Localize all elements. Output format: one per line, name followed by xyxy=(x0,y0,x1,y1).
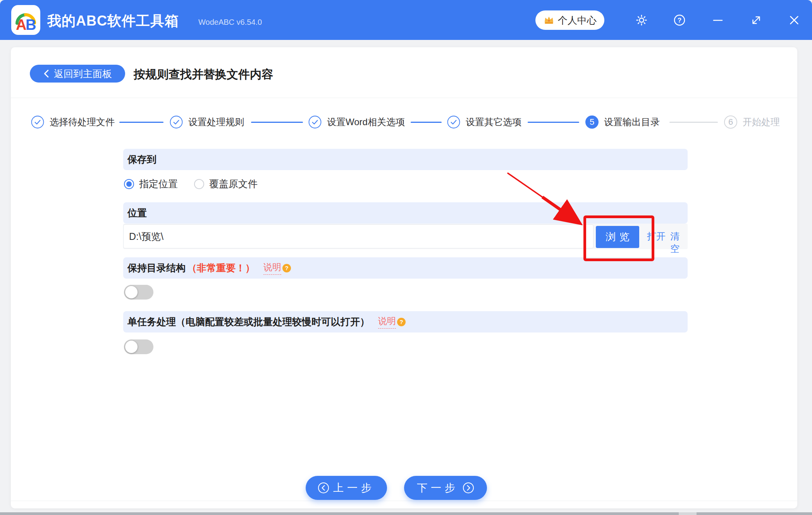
maximize-icon xyxy=(750,14,762,26)
help-button[interactable]: ? xyxy=(673,14,686,26)
location-row: 浏览 打开 清空 xyxy=(123,224,688,249)
single-task-title: 单任务处理（电脑配置较差或批量处理较慢时可以打开） xyxy=(127,315,370,328)
single-task-header: 单任务处理（电脑配置较差或批量处理较慢时可以打开） 说明 ? xyxy=(123,311,688,332)
clear-link[interactable]: 清空 xyxy=(670,230,688,255)
step-item-6: 6 开始处理 xyxy=(724,115,780,129)
question-badge-icon: ? xyxy=(397,318,406,326)
personal-center-button[interactable]: 个人中心 xyxy=(535,10,604,30)
question-badge-icon: ? xyxy=(282,264,291,272)
save-to-options: 指定位置 覆盖原文件 xyxy=(124,177,258,190)
location-header: 位置 xyxy=(123,202,688,224)
help-icon: ? xyxy=(673,14,686,26)
next-button[interactable]: 下一步 xyxy=(404,476,487,500)
radio-selected-icon xyxy=(124,179,134,189)
step-connector xyxy=(528,122,579,123)
keep-structure-help-link[interactable]: 说明 xyxy=(263,261,281,275)
svg-text:A: A xyxy=(16,17,26,33)
single-task-toggle[interactable] xyxy=(124,339,153,354)
step-label: 设置输出目录 xyxy=(604,116,660,128)
gear-icon xyxy=(635,14,648,26)
location-title: 位置 xyxy=(127,207,147,219)
footer-divider xyxy=(11,501,797,501)
page-title: 按规则查找并替换文件内容 xyxy=(134,67,273,83)
step-item-1: 选择待处理文件 xyxy=(31,115,115,129)
app-title: 我的ABC软件工具箱 xyxy=(47,12,179,31)
window-bottom-edge-segment xyxy=(679,512,697,515)
step-label: 选择待处理文件 xyxy=(50,116,115,128)
location-input[interactable] xyxy=(123,224,594,248)
prev-button-label: 上一步 xyxy=(333,481,375,495)
step-label: 开始处理 xyxy=(743,116,780,128)
chevron-circle-left-icon xyxy=(318,482,329,494)
step-check-icon xyxy=(308,115,322,129)
svg-text:B: B xyxy=(26,17,36,33)
step-connector xyxy=(119,122,163,123)
step-item-5: 5 设置输出目录 xyxy=(585,115,660,129)
step-connector xyxy=(669,122,718,123)
step-label: 设置Word相关选项 xyxy=(327,116,405,128)
step-check-icon xyxy=(170,115,183,129)
radio-label: 覆盖原文件 xyxy=(209,177,258,190)
save-to-title: 保存到 xyxy=(127,153,157,166)
prev-button[interactable]: 上一步 xyxy=(306,476,387,500)
personal-center-label: 个人中心 xyxy=(558,14,597,27)
browse-button[interactable]: 浏览 xyxy=(596,226,639,248)
keep-structure-toggle[interactable] xyxy=(124,285,153,300)
app-logo: A B xyxy=(11,5,40,35)
settings-button[interactable] xyxy=(635,14,648,26)
step-number: 6 xyxy=(724,115,737,129)
step-item-3: 设置Word相关选项 xyxy=(308,115,405,129)
keep-structure-header: 保持目录结构 （非常重要！） 说明 ? xyxy=(123,257,688,279)
back-button-label: 返回到主面板 xyxy=(54,67,112,80)
single-task-help-link[interactable]: 说明 xyxy=(378,315,396,329)
close-button[interactable] xyxy=(788,14,800,26)
step-connector xyxy=(411,122,442,123)
radio-label: 指定位置 xyxy=(139,177,178,190)
open-link[interactable]: 打开 xyxy=(647,230,666,243)
app-version: WodeABC v6.54.0 xyxy=(198,18,262,27)
toggle-knob xyxy=(125,341,138,353)
chevron-left-icon xyxy=(43,69,49,78)
step-item-2: 设置处理规则 xyxy=(170,115,244,129)
toggle-knob xyxy=(125,286,138,298)
radio-unselected-icon xyxy=(194,179,204,189)
radio-overwrite-original[interactable]: 覆盖原文件 xyxy=(194,177,258,190)
chevron-circle-right-icon xyxy=(463,482,474,494)
main-panel: 返回到主面板 按规则查找并替换文件内容 选择待处理文件 设置处理规则 设置Wor… xyxy=(11,47,797,508)
keep-structure-title: 保持目录结构 xyxy=(127,262,186,274)
crown-icon xyxy=(543,15,555,25)
step-check-icon xyxy=(31,115,44,129)
step-item-4: 设置其它选项 xyxy=(447,115,521,129)
window-bottom-edge xyxy=(0,512,812,515)
important-note: （非常重要！） xyxy=(187,262,255,274)
step-label: 设置其它选项 xyxy=(466,116,521,128)
close-icon xyxy=(788,14,800,26)
minimize-button[interactable] xyxy=(712,14,724,26)
step-label: 设置处理规则 xyxy=(188,116,244,128)
step-connector xyxy=(251,122,303,123)
radio-specified-location[interactable]: 指定位置 xyxy=(124,177,178,190)
svg-text:?: ? xyxy=(678,17,681,24)
step-number: 5 xyxy=(585,115,599,129)
titlebar: A B 我的ABC软件工具箱 WodeABC v6.54.0 个人中心 xyxy=(0,0,812,40)
app-logo-icon: A B xyxy=(11,5,40,35)
next-button-label: 下一步 xyxy=(417,481,459,495)
back-button[interactable]: 返回到主面板 xyxy=(30,65,125,83)
save-to-header: 保存到 xyxy=(123,149,688,170)
minimize-icon xyxy=(712,14,724,26)
maximize-button[interactable] xyxy=(750,14,762,26)
step-check-icon xyxy=(447,115,460,129)
header-divider xyxy=(11,98,797,98)
